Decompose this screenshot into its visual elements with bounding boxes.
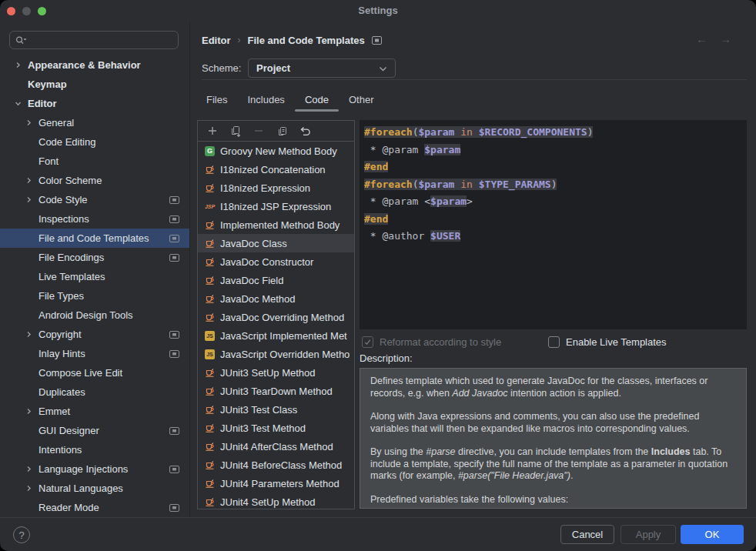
tab-includes[interactable]: Includes xyxy=(237,90,294,112)
settings-main: Editor › File and Code Templates ← → Sch… xyxy=(191,22,756,517)
sidebar-item-file-and-code-templates[interactable]: File and Code Templates xyxy=(0,229,189,248)
sidebar-item-gui-designer[interactable]: GUI Designer xyxy=(0,421,189,440)
sidebar-item-label: Color Scheme xyxy=(38,175,102,186)
monitor-icon xyxy=(169,215,179,223)
sidebar-item-label: Android Design Tools xyxy=(38,309,133,321)
template-item-i18nized-jsp-expression[interactable]: JSPI18nized JSP Expression xyxy=(198,197,354,215)
search-input[interactable] xyxy=(31,35,172,46)
java-icon xyxy=(204,368,216,378)
monitor-icon xyxy=(169,196,179,204)
description-paragraph: Defines template which used to generate … xyxy=(370,376,736,399)
sidebar-item-keymap[interactable]: Keymap xyxy=(0,75,189,94)
close-window-icon[interactable] xyxy=(7,7,15,15)
sidebar-item-reader-mode[interactable]: Reader Mode xyxy=(0,498,189,517)
duplicate-icon[interactable] xyxy=(224,122,247,139)
sidebar-item-language-injections[interactable]: Language Injections xyxy=(0,459,189,479)
ok-button[interactable]: OK xyxy=(681,525,744,544)
sidebar-item-compose-live-edit[interactable]: Compose Live Edit xyxy=(0,363,189,382)
template-item-javadoc-class[interactable]: JavaDoc Class xyxy=(198,234,354,252)
template-item-i18nized-expression[interactable]: I18nized Expression xyxy=(198,179,354,197)
revert-icon[interactable] xyxy=(293,122,316,139)
sidebar-item-label: Code Editing xyxy=(38,136,95,148)
template-item-junit3-test-class[interactable]: JUnit3 Test Class xyxy=(198,400,354,419)
sidebar-item-color-scheme[interactable]: Color Scheme xyxy=(0,171,189,190)
sidebar-item-label: Font xyxy=(38,155,59,167)
scheme-select[interactable]: Project xyxy=(248,58,396,78)
template-item-label: JUnit4 AfterClass Method xyxy=(220,441,333,452)
template-item-label: JavaDoc Overriding Method xyxy=(220,312,344,323)
live-templates-checkbox[interactable]: Enable Live Templates xyxy=(548,336,667,348)
chevron-down-icon[interactable] xyxy=(14,100,22,107)
sidebar-item-inlay-hints[interactable]: Inlay Hints xyxy=(0,344,189,363)
sidebar-item-emmet[interactable]: Emmet xyxy=(0,402,189,421)
tab-code[interactable]: Code xyxy=(295,90,339,112)
history-nav: ← → xyxy=(696,32,731,45)
template-item-javadoc-overriding-method[interactable]: JavaDoc Overriding Method xyxy=(198,308,354,326)
template-item-groovy-new-method-body[interactable]: GGroovy New Method Body xyxy=(198,142,354,160)
template-item-junit3-teardown-method[interactable]: JUnit3 TearDown Method xyxy=(198,382,354,400)
template-item-junit4-afterclass-method[interactable]: JUnit4 AfterClass Method xyxy=(198,437,354,456)
sidebar-item-code-style[interactable]: Code Style xyxy=(0,190,189,209)
sidebar-item-label: Intentions xyxy=(38,444,82,456)
sidebar-item-copyright[interactable]: Copyright xyxy=(0,325,189,344)
sidebar-item-file-encodings[interactable]: File Encodings xyxy=(0,248,189,267)
sidebar-item-duplicates[interactable]: Duplicates xyxy=(0,382,189,402)
sidebar-item-inspections[interactable]: Inspections xyxy=(0,209,189,229)
live-templates-label: Enable Live Templates xyxy=(566,336,667,348)
sidebar-item-code-editing[interactable]: Code Editing xyxy=(0,132,189,152)
chevron-right-icon[interactable] xyxy=(25,408,32,415)
template-item-junit4-parameters-method[interactable]: JUnit4 Parameters Method xyxy=(198,474,354,493)
chevron-right-icon[interactable] xyxy=(25,331,32,338)
template-item-junit3-setup-method[interactable]: JUnit3 SetUp Method xyxy=(198,363,354,382)
sidebar-item-live-templates[interactable]: Live Templates xyxy=(0,267,189,286)
cancel-button[interactable]: Cancel xyxy=(560,525,614,544)
sidebar-item-font[interactable]: Font xyxy=(0,152,189,171)
template-list-panel: GGroovy New Method BodyI18nized Concaten… xyxy=(197,120,355,509)
help-button[interactable]: ? xyxy=(13,526,30,543)
chevron-right-icon[interactable] xyxy=(25,119,32,126)
copy-icon[interactable] xyxy=(270,122,293,139)
template-item-junit3-test-method[interactable]: JUnit3 Test Method xyxy=(198,419,354,437)
template-item-label: JavaDoc Class xyxy=(220,238,287,249)
chevron-right-icon[interactable] xyxy=(14,62,22,68)
template-editor[interactable]: #foreach($param in $RECORD_COMPONENTS) *… xyxy=(360,120,747,329)
forward-icon[interactable]: → xyxy=(720,32,731,45)
template-item-javadoc-constructor[interactable]: JavaDoc Constructor xyxy=(198,252,354,271)
reformat-checkbox[interactable]: Reformat according to style xyxy=(362,336,501,348)
back-icon[interactable]: ← xyxy=(696,32,707,45)
chevron-right-icon[interactable] xyxy=(25,466,32,473)
template-item-javascript-implemented-met[interactable]: JSJavaScript Implemented Met xyxy=(198,326,354,345)
breadcrumb-editor[interactable]: Editor xyxy=(202,35,231,46)
chevron-right-icon[interactable] xyxy=(25,177,32,184)
template-item-implemented-method-body[interactable]: Implemented Method Body xyxy=(198,215,354,234)
template-item-junit4-beforeclass-method[interactable]: JUnit4 BeforeClass Method xyxy=(198,456,354,474)
template-item-i18nized-concatenation[interactable]: I18nized Concatenation xyxy=(198,160,354,179)
sidebar-item-intentions[interactable]: Intentions xyxy=(0,440,189,459)
template-item-javascript-overridden-metho[interactable]: JSJavaScript Overridden Metho xyxy=(198,345,354,363)
java-icon xyxy=(204,220,216,230)
sidebar-item-natural-languages[interactable]: Natural Languages xyxy=(0,479,189,498)
sidebar-item-file-types[interactable]: File Types xyxy=(0,286,189,306)
window-title: Settings xyxy=(0,0,756,22)
template-item-javadoc-method[interactable]: JavaDoc Method xyxy=(198,289,354,308)
zoom-window-icon[interactable] xyxy=(38,7,46,15)
sidebar-item-general[interactable]: General xyxy=(0,113,189,132)
add-icon[interactable] xyxy=(201,122,224,139)
template-item-label: JavaDoc Method xyxy=(220,293,296,305)
java-icon xyxy=(204,497,216,507)
template-item-label: JavaDoc Constructor xyxy=(220,256,313,268)
sidebar-item-android-design-tools[interactable]: Android Design Tools xyxy=(0,306,189,325)
chevron-right-icon[interactable] xyxy=(25,196,32,203)
tab-files[interactable]: Files xyxy=(196,90,237,112)
description-panel[interactable]: Defines template which used to generate … xyxy=(360,368,747,509)
sidebar-item-appearance-behavior[interactable]: Appearance & Behavior xyxy=(0,55,189,75)
tab-other[interactable]: Other xyxy=(339,90,384,112)
template-item-javadoc-field[interactable]: JavaDoc Field xyxy=(198,271,354,289)
template-item-junit4-setup-method[interactable]: JUnit4 SetUp Method xyxy=(198,493,354,509)
code-line: #foreach($param in $RECORD_COMPONENTS) xyxy=(364,124,747,142)
reformat-label: Reformat according to style xyxy=(380,336,501,348)
template-item-label: I18nized Expression xyxy=(220,182,310,194)
chevron-right-icon[interactable] xyxy=(25,485,32,492)
settings-search-field[interactable] xyxy=(9,31,179,49)
sidebar-item-editor[interactable]: Editor xyxy=(0,94,189,113)
